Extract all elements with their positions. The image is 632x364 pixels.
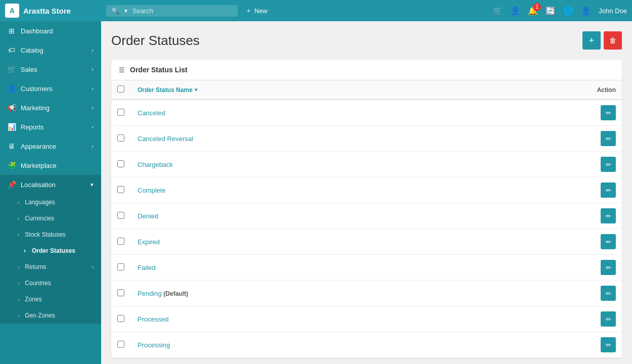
sidebar-subitem-returns[interactable]: › Returns › [0, 259, 101, 275]
status-name: Failed [138, 264, 155, 271]
new-button[interactable]: ＋ New [238, 4, 275, 18]
table-row: Processed✏ [111, 306, 622, 332]
order-status-table: Order Status Name ▾ Action Canceled✏Canc… [111, 80, 622, 358]
status-name: Canceled [138, 109, 165, 117]
returns-expand-icon: › [92, 264, 94, 270]
cart-icon[interactable]: 🛒 [492, 6, 503, 16]
countries-chevron: › [18, 281, 19, 286]
sidebar-item-marketplace[interactable]: 🧩 Marketplace [0, 156, 101, 175]
edit-button[interactable]: ✏ [601, 286, 616, 301]
edit-button[interactable]: ✏ [601, 208, 616, 223]
edit-button[interactable]: ✏ [601, 234, 616, 249]
row-checkbox[interactable] [117, 238, 124, 245]
sidebar-item-sales[interactable]: 🛒 Sales › [0, 60, 101, 79]
header-actions: + 🗑 [582, 31, 622, 50]
default-badge: (Default) [163, 290, 188, 297]
table-row: Denied✏ [111, 203, 622, 229]
row-checkbox[interactable] [117, 186, 124, 193]
sidebar-item-marketing[interactable]: 📢 Marketing › [0, 98, 101, 117]
edit-button[interactable]: ✏ [601, 337, 616, 352]
user-name: John Doe [599, 7, 627, 15]
logo-area: A Arastta Store [5, 4, 106, 18]
add-button[interactable]: + [582, 31, 601, 50]
table-row: Canceled✏ [111, 100, 622, 126]
sidebar-item-appearance[interactable]: 🖥 Appearance › [0, 136, 101, 156]
edit-button[interactable]: ✏ [601, 183, 616, 198]
sidebar-item-customers[interactable]: 👤 Customers › [0, 79, 101, 98]
edit-button[interactable]: ✏ [601, 260, 616, 275]
sidebar-item-reports[interactable]: 📊 Reports › [0, 117, 101, 136]
catalog-icon: 🏷 [8, 46, 16, 54]
sidebar-item-catalog[interactable]: 🏷 Catalog › [0, 40, 101, 60]
sales-chevron: › [92, 66, 94, 72]
sidebar-subitem-countries[interactable]: › Countries [0, 275, 101, 291]
row-checkbox[interactable] [117, 134, 124, 142]
notifications-icon[interactable]: 🔔 1 [528, 6, 538, 16]
table-row: Failed✏ [111, 255, 622, 281]
row-checkbox[interactable] [117, 109, 124, 116]
refresh-icon[interactable]: 🔄 [546, 6, 556, 16]
row-checkbox[interactable] [117, 212, 124, 219]
table-header-row: Order Status Name ▾ Action [111, 80, 622, 100]
sales-icon: 🛒 [8, 65, 16, 73]
top-navbar: A Arastta Store 🔍 ▼ ＋ New 🛒 👤 🔔 1 🔄 🌐 👤 … [0, 0, 632, 21]
dashboard-icon: ⊞ [8, 27, 16, 35]
row-checkbox[interactable] [117, 160, 124, 167]
status-name: Expired [138, 238, 160, 246]
row-checkbox[interactable] [117, 341, 124, 348]
edit-button[interactable]: ✏ [601, 157, 616, 172]
edit-button[interactable]: ✏ [601, 131, 616, 146]
sidebar: ⊞ Dashboard 🏷 Catalog › 🛒 Sales › 👤 Cust… [0, 21, 101, 364]
status-name: Chargeback [138, 161, 173, 168]
catalog-chevron: › [92, 47, 94, 53]
sidebar-subitem-geo-zones[interactable]: › Geo Zones [0, 307, 101, 324]
sidebar-subitem-languages[interactable]: › Languages [0, 194, 101, 210]
table-row: Processing✏ [111, 332, 622, 358]
row-checkbox[interactable] [117, 315, 124, 322]
sidebar-item-dashboard[interactable]: ⊞ Dashboard [0, 21, 101, 40]
edit-button[interactable]: ✏ [601, 311, 616, 327]
marketing-chevron: › [92, 105, 94, 111]
table-row: Pending (Default)✏ [111, 281, 622, 306]
returns-chevron: › [18, 264, 19, 270]
sidebar-subitem-stock-statuses[interactable]: › Stock Statuses [0, 226, 101, 243]
reports-icon: 📊 [8, 123, 16, 131]
sort-name-header[interactable]: Order Status Name ▾ [138, 86, 197, 94]
sidebar-item-localisation[interactable]: 📌 Localisation ▾ [0, 175, 101, 194]
sidebar-subitem-currencies[interactable]: › Currencies [0, 210, 101, 226]
action-header: Action [474, 80, 622, 100]
card-header: ☰ Order Status List [111, 60, 622, 80]
card-header-title: Order Status List [130, 66, 188, 74]
edit-button[interactable]: ✏ [601, 105, 616, 120]
table-row: Canceled Reversal✏ [111, 126, 622, 152]
search-input[interactable] [132, 7, 223, 15]
nav-icons: 🛒 👤 🔔 1 🔄 🌐 👤 John Doe [492, 6, 627, 16]
row-checkbox[interactable] [117, 289, 124, 296]
row-checkbox[interactable] [117, 263, 124, 270]
main-layout: ⊞ Dashboard 🏷 Catalog › 🛒 Sales › 👤 Cust… [0, 21, 632, 364]
page-title: Order Statuses [111, 33, 200, 49]
currencies-chevron: › [18, 216, 19, 221]
status-name: Denied [138, 212, 158, 220]
sidebar-subitem-order-statuses[interactable]: › Order Statuses [0, 243, 101, 259]
user-icon[interactable]: 👤 [510, 6, 520, 16]
customers-chevron: › [92, 85, 94, 92]
marketing-icon: 📢 [8, 104, 16, 112]
search-area[interactable]: 🔍 ▼ [106, 5, 238, 17]
zones-chevron: › [18, 297, 19, 302]
order-status-card: ☰ Order Status List Order Status Name ▾ [111, 60, 622, 358]
table-row: Chargeback✏ [111, 152, 622, 177]
trash-icon: 🗑 [609, 36, 616, 44]
globe-icon[interactable]: 🌐 [563, 6, 573, 16]
search-icon: 🔍 [111, 7, 119, 15]
dropdown-icon[interactable]: ▼ [123, 8, 128, 14]
user-avatar[interactable]: 👤 [581, 6, 591, 16]
status-name: Processed [138, 315, 168, 323]
logo-text: Arastta Store [23, 7, 71, 15]
localisation-chevron: ▾ [91, 181, 94, 188]
delete-button[interactable]: 🗑 [604, 31, 622, 50]
add-icon: + [589, 35, 595, 46]
select-all-checkbox[interactable] [117, 85, 124, 93]
sidebar-subitem-zones[interactable]: › Zones [0, 291, 101, 307]
list-icon: ☰ [119, 66, 125, 74]
